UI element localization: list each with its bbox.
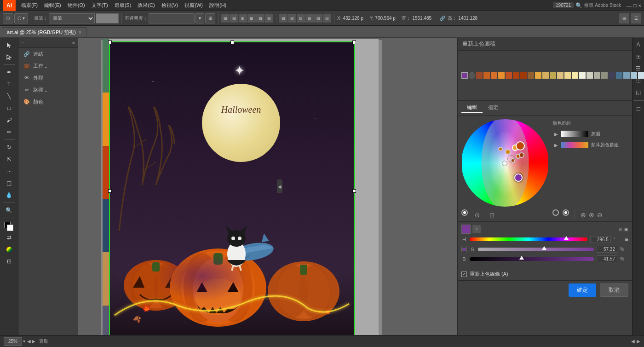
far-btn-6[interactable]: ◻ [633, 104, 644, 114]
align-left-btn[interactable]: ⊞ [221, 14, 230, 23]
align-center-btn[interactable]: ⊞ [230, 14, 238, 23]
swatch-19[interactable] [609, 72, 615, 79]
rect-tool[interactable]: □ [2, 103, 16, 114]
wheel-dot-selected[interactable] [514, 174, 523, 182]
panel-item-appearance[interactable]: 👁 外觀 [18, 72, 78, 84]
link-icon[interactable]: 🔗 [440, 16, 445, 21]
close-btn[interactable]: × [638, 3, 641, 8]
current-color-swatch[interactable] [461, 72, 468, 79]
swatch-3[interactable] [491, 72, 497, 79]
nav-right-btn[interactable]: ▶ [637, 339, 640, 344]
group-item-gray[interactable]: ▶ 灰層 [552, 129, 628, 139]
select-tool[interactable] [2, 40, 16, 51]
swatch-14[interactable] [572, 72, 578, 79]
tab-assign[interactable]: 指定 [483, 103, 504, 113]
wheel-icon-circle[interactable]: ⊙ [472, 209, 483, 220]
menu-select[interactable]: 選取(S) [112, 1, 134, 10]
menu-text[interactable]: 文字(T) [89, 1, 111, 10]
fill-swatch[interactable] [2, 220, 16, 231]
canvas-area[interactable]: ✦ + · · · Halloween [78, 38, 457, 335]
swatch-6[interactable] [513, 72, 519, 79]
scale-tool[interactable]: ⇱ [2, 154, 16, 165]
pencil-tool[interactable]: ✏ [2, 127, 16, 138]
dist-h-btn[interactable]: ⊟ [279, 14, 288, 23]
wheel-dot-main[interactable] [516, 141, 525, 150]
rotate-tool[interactable]: ↻ [2, 142, 16, 153]
opacity-expand-btn[interactable]: ▾ [196, 13, 204, 23]
harmony-icon-1[interactable]: ⊛ [581, 211, 586, 219]
grid-view-btn[interactable]: ⊞ [619, 13, 629, 23]
dist-va-btn[interactable]: ⊟ [305, 14, 314, 23]
swatch-12[interactable] [557, 72, 564, 79]
swatch-15[interactable] [579, 72, 586, 79]
pen-tool[interactable]: ✒ [2, 67, 16, 78]
zoom-prev-btn[interactable]: ◀ [27, 339, 31, 344]
harmony-icon-2[interactable]: ⊗ [589, 211, 594, 219]
radio-harmony[interactable] [552, 209, 559, 216]
recolor-strokes-checkbox[interactable]: ✓ [461, 272, 467, 277]
line-tool[interactable]: ╲ [2, 91, 16, 102]
s-slider-track[interactable] [478, 248, 594, 251]
panel-collapse-btn[interactable]: ◀ [277, 179, 282, 193]
eyedropper-tool[interactable]: 💧 [2, 190, 16, 201]
s-value-input[interactable] [597, 246, 617, 253]
menu-help[interactable]: 說明(H) [207, 1, 229, 10]
swatch-20[interactable] [616, 72, 622, 79]
gradient-tool[interactable]: ◫ [2, 178, 16, 189]
confirm-button[interactable]: 確定 [569, 283, 596, 297]
far-btn-5[interactable]: ◱ [633, 87, 644, 98]
radio-harmony-filled[interactable] [563, 209, 569, 216]
h-slider-options[interactable]: ≡ [625, 236, 628, 243]
align-bottom-btn[interactable]: ⊞ [265, 14, 273, 23]
align-right-btn[interactable]: ⊞ [239, 14, 247, 23]
panel-item-color[interactable]: 🎨 顏色 [18, 96, 78, 108]
panel-view-btn[interactable]: ☰ [631, 13, 641, 23]
tool-panel-btn[interactable]: ⬡ ▾ [14, 13, 28, 23]
tool-options-btn[interactable]: ⬡ [3, 13, 13, 23]
search-icon[interactable]: 🔍 [575, 2, 582, 9]
swatch-16[interactable] [586, 72, 593, 79]
color-circle-toggle[interactable]: ○ [472, 225, 481, 233]
wheel-dot-gray-1[interactable] [507, 155, 515, 162]
wheel-dot-gray-2[interactable] [502, 161, 507, 166]
menu-file[interactable]: 檔案(F) [18, 1, 40, 10]
swatch-8[interactable] [528, 72, 534, 79]
color-preview[interactable] [96, 13, 119, 23]
menu-effect[interactable]: 效果(C) [135, 1, 157, 10]
current-color-preview[interactable] [461, 225, 471, 234]
document-tab[interactable]: art.ai @ 25% (RGB/GPU 預視) × [2, 27, 86, 37]
h-slider-track[interactable] [470, 237, 587, 241]
wheel-icon-segment[interactable]: ⊡ [486, 209, 497, 220]
panel-item-artboard[interactable]: 💼 工作... [18, 60, 78, 72]
zoom-input[interactable] [4, 337, 22, 346]
swatch-10[interactable] [542, 72, 549, 79]
swatch-11[interactable] [550, 72, 556, 79]
opacity-options-btn[interactable]: ⊞ [205, 13, 215, 23]
swatch-9[interactable] [535, 72, 541, 79]
tab-edit[interactable]: 編輯 [461, 103, 483, 113]
s-slider-thumb[interactable] [542, 246, 546, 250]
menu-edit[interactable]: 編輯(E) [41, 1, 64, 10]
b-slider-thumb[interactable] [519, 256, 524, 260]
handle-tl[interactable] [108, 40, 112, 44]
h-slider-thumb[interactable] [564, 236, 569, 240]
opacity-input[interactable] [149, 13, 195, 23]
harmony-icon-3[interactable]: ⊖ [597, 211, 603, 219]
maximize-btn[interactable]: □ [633, 3, 637, 8]
paintbrush-tool[interactable]: 🖌 [2, 115, 16, 126]
swatch-22[interactable] [631, 72, 637, 79]
swatch-18[interactable] [601, 72, 608, 79]
brush-select[interactable]: 畫筆 [49, 13, 95, 23]
wheel-dot-3[interactable] [498, 147, 503, 151]
panel-item-links[interactable]: 🔗 連結 [18, 48, 78, 60]
panel-header[interactable]: ≡ × [18, 38, 78, 48]
menu-object[interactable]: 物件(O) [65, 1, 88, 10]
swatch-4[interactable] [498, 72, 505, 79]
minimize-btn[interactable]: — [627, 3, 632, 8]
handle-mr[interactable] [352, 189, 356, 193]
swatch-5[interactable] [506, 72, 512, 79]
tab-close-btn[interactable]: × [79, 30, 81, 35]
type-tool[interactable]: T [2, 79, 16, 90]
b-value-input[interactable] [597, 255, 617, 262]
zoom-down-btn[interactable]: ▾ [23, 339, 25, 344]
